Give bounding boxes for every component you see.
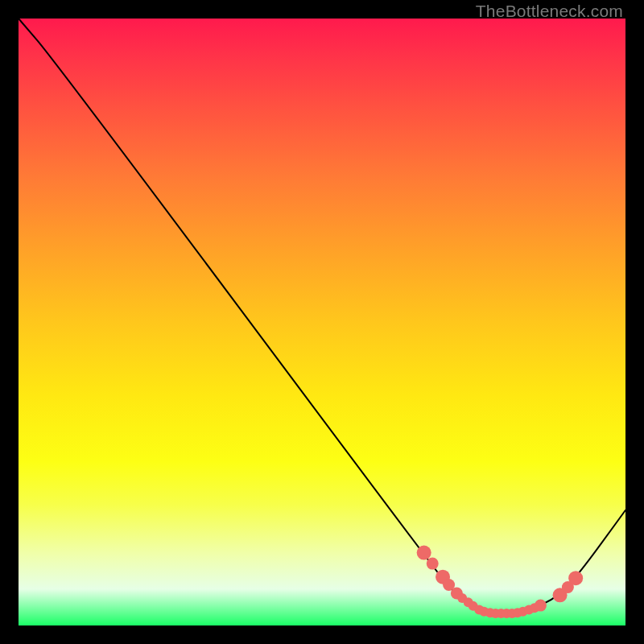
chart-marker [568,571,583,585]
chart-curve [19,19,625,613]
chart-markers [417,546,584,618]
chart-marker [427,558,439,570]
chart-marker [535,600,547,612]
chart-marker [417,546,431,560]
chart-svg [19,19,625,625]
